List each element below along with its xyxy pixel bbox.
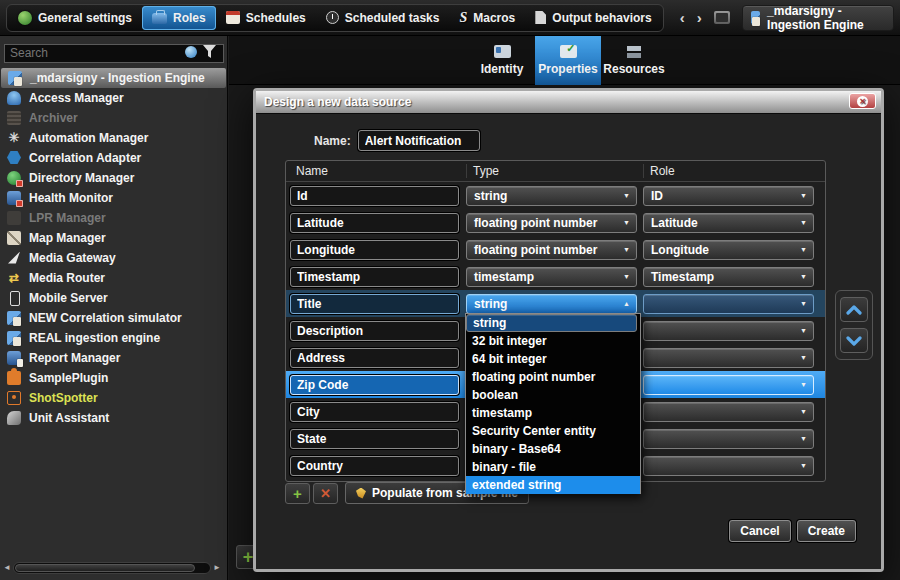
sidebar-item-unit-assistant[interactable]: Unit Assistant xyxy=(0,408,227,428)
entity-breadcrumb-tab[interactable]: _mdarsigny - Ingestion Engine xyxy=(742,5,894,31)
dropdown-option[interactable]: boolean xyxy=(466,386,640,404)
tab-schedules[interactable]: Schedules xyxy=(216,6,316,30)
sidebar-item-media-router[interactable]: ⇄ Media Router xyxy=(0,268,227,288)
sidebar-item-archiver[interactable]: Archiver xyxy=(0,108,227,128)
dropdown-option[interactable]: timestamp xyxy=(466,404,640,422)
horizontal-scrollbar[interactable]: ◄ ► xyxy=(3,561,221,575)
directory-manager-icon xyxy=(7,171,21,185)
column-header-role: Role xyxy=(643,164,821,178)
tab-scheduled-tasks[interactable]: Scheduled tasks xyxy=(316,6,450,30)
plugin-icon xyxy=(7,311,21,325)
tab-output-behaviors[interactable]: Output behaviors xyxy=(525,6,661,30)
scrollbar-thumb[interactable] xyxy=(15,564,195,572)
tab-general-settings[interactable]: General settings xyxy=(8,6,142,30)
scroll-right-icon[interactable]: ► xyxy=(213,564,221,572)
unit-assistant-icon xyxy=(7,411,21,425)
sidebar-item-access-manager[interactable]: Access Manager xyxy=(0,88,227,108)
field-name-input[interactable] xyxy=(290,294,459,314)
sidebar-item-media-gateway[interactable]: Media Gateway xyxy=(0,248,227,268)
sidebar-item-health-monitor[interactable]: Health Monitor xyxy=(0,188,227,208)
close-button[interactable]: ✕ xyxy=(849,93,876,109)
tab-resources[interactable]: Resources xyxy=(601,36,667,85)
archiver-icon xyxy=(7,111,21,125)
role-select[interactable]: ▼ xyxy=(643,375,814,395)
field-name-input[interactable] xyxy=(290,267,459,287)
create-button[interactable]: Create xyxy=(797,520,856,542)
sidebar-item-correlation-adapter[interactable]: Correlation Adapter xyxy=(0,148,227,168)
field-name-input[interactable] xyxy=(290,429,459,449)
sidebar-item-report-manager[interactable]: Report Manager xyxy=(0,348,227,368)
dropdown-option[interactable]: floating point number xyxy=(466,368,640,386)
move-down-button[interactable] xyxy=(840,328,868,353)
dropdown-option[interactable]: binary - file xyxy=(466,458,640,476)
field-name-input[interactable] xyxy=(290,186,459,206)
dropdown-option[interactable]: binary - Base64 xyxy=(466,440,640,458)
type-select-open[interactable]: string ▲ xyxy=(466,294,637,314)
media-router-icon: ⇄ xyxy=(7,271,21,285)
tab-identity[interactable]: Identity xyxy=(469,36,535,85)
role-select[interactable]: ▼ xyxy=(643,348,814,368)
scrollbar-track[interactable] xyxy=(13,562,211,574)
properties-icon: ✓ xyxy=(560,45,577,58)
role-select[interactable]: Timestamp ▼ xyxy=(643,267,814,287)
dropdown-option[interactable]: Security Center entity xyxy=(466,422,640,440)
health-monitor-icon xyxy=(7,191,21,205)
dialog-title: Design a new data source xyxy=(264,95,411,109)
tab-macros[interactable]: S Macros xyxy=(449,6,525,30)
sidebar-item-mobile-server[interactable]: Mobile Server xyxy=(0,288,227,308)
add-field-button[interactable]: + xyxy=(285,483,310,504)
type-select[interactable]: floating point number ▼ xyxy=(466,213,637,233)
role-select[interactable]: ▼ xyxy=(643,429,814,449)
role-select[interactable]: ID ▼ xyxy=(643,186,814,206)
output-behaviors-icon xyxy=(535,11,546,24)
cancel-button[interactable]: Cancel xyxy=(729,520,790,542)
role-select[interactable]: ▼ xyxy=(643,456,814,476)
scroll-left-icon[interactable]: ◄ xyxy=(3,564,11,572)
sidebar-item-directory-manager[interactable]: Directory Manager xyxy=(0,168,227,188)
dialog-titlebar[interactable]: Design a new data source ✕ xyxy=(256,91,881,113)
role-select[interactable]: Latitude ▼ xyxy=(643,213,814,233)
role-select[interactable]: ▼ xyxy=(643,321,814,341)
move-up-button[interactable] xyxy=(840,297,868,322)
entity-tab-label: _mdarsigny - Ingestion Engine xyxy=(767,4,885,32)
tab-roles[interactable]: Roles xyxy=(142,6,216,30)
forward-button[interactable]: › xyxy=(697,10,702,25)
sidebar-item-new-correlation-simulator[interactable]: NEW Correlation simulator xyxy=(0,308,227,328)
field-name-input[interactable] xyxy=(290,456,459,476)
field-name-input[interactable] xyxy=(290,375,459,395)
field-name-input[interactable] xyxy=(290,402,459,422)
role-select[interactable]: ▼ xyxy=(643,294,814,314)
tab-properties[interactable]: ✓ Properties xyxy=(535,36,601,85)
back-button[interactable]: ‹ xyxy=(680,10,685,25)
type-select[interactable]: string ▼ xyxy=(466,186,637,206)
data-source-name-input[interactable] xyxy=(358,130,480,151)
dropdown-option[interactable]: string xyxy=(466,314,637,332)
dialog-footer: Cancel Create xyxy=(729,520,856,542)
table-header: Name Type Role xyxy=(286,161,825,182)
sidebar-item-sampleplugin[interactable]: SamplePlugin xyxy=(0,368,227,388)
type-select[interactable]: timestamp ▼ xyxy=(466,267,637,287)
field-name-input[interactable] xyxy=(290,240,459,260)
field-name-input[interactable] xyxy=(290,321,459,341)
sidebar-item-lpr-manager[interactable]: LPR Manager xyxy=(0,208,227,228)
delete-field-button[interactable]: ✕ xyxy=(313,483,338,504)
dropdown-option[interactable]: 32 bit integer xyxy=(466,332,640,350)
sidebar-item-mdarsigny-ingestion-engine[interactable]: _mdarsigny - Ingestion Engine xyxy=(1,68,226,88)
type-select[interactable]: floating point number ▼ xyxy=(466,240,637,260)
filter-icon[interactable] xyxy=(203,45,216,59)
search-icon[interactable] xyxy=(185,46,197,58)
dropdown-option-hovered[interactable]: extended string xyxy=(466,476,640,494)
dropdown-option[interactable]: 64 bit integer xyxy=(466,350,640,368)
window-switch-icon[interactable] xyxy=(714,11,730,24)
sidebar-item-map-manager[interactable]: Map Manager xyxy=(0,228,227,248)
sidebar-item-real-ingestion-engine[interactable]: REAL ingestion engine xyxy=(0,328,227,348)
schedules-icon xyxy=(226,11,240,24)
chevron-down-icon: ▼ xyxy=(800,219,807,226)
role-select[interactable]: ▼ xyxy=(643,402,814,422)
sidebar-item-automation-manager[interactable]: ✳ Automation Manager xyxy=(0,128,227,148)
field-name-input[interactable] xyxy=(290,348,459,368)
field-name-input[interactable] xyxy=(290,213,459,233)
chevron-down-icon: ▼ xyxy=(800,300,807,307)
sidebar-item-shotspotter[interactable]: ShotSpotter xyxy=(0,388,227,408)
role-select[interactable]: Longitude ▼ xyxy=(643,240,814,260)
